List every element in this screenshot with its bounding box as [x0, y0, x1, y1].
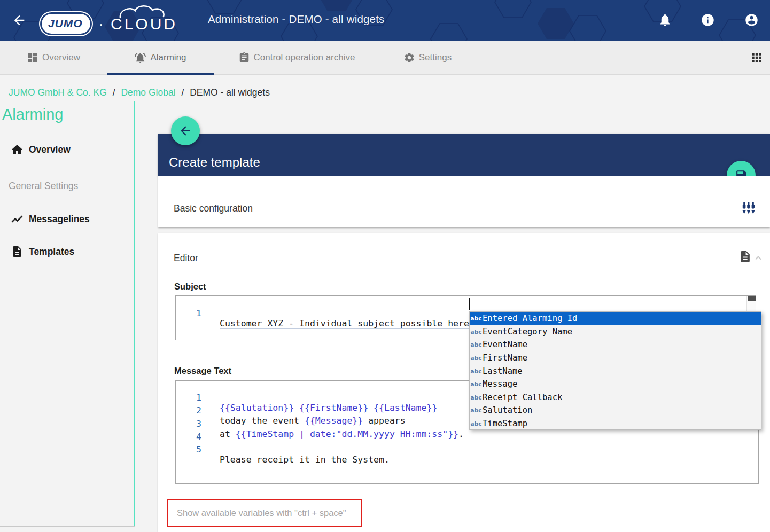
basic-configuration-section: Basic configuration [158, 176, 770, 227]
logo-separator-dot: · [99, 16, 104, 33]
messagelines-chart-icon [11, 213, 24, 225]
account-icon[interactable] [744, 13, 759, 27]
app-header: JUMO · CLOUD Administration - DEMO - all… [0, 0, 770, 41]
sidebar-item-label: General Settings [9, 181, 78, 192]
breadcrumb-org-link[interactable]: JUMO GmbH & Co. KG [9, 87, 107, 98]
message-line-text: {{Salutation}} {{FirstName}} {{LastName}… [220, 403, 437, 413]
app-root: JUMO · CLOUD Administration - DEMO - all… [0, 0, 770, 532]
info-icon[interactable] [701, 13, 715, 27]
sidebar-item-templates[interactable]: Templates [0, 241, 133, 262]
tab-alarming-label: Alarming [150, 52, 186, 63]
abc-variable-icon: abc [470, 341, 483, 348]
basic-configuration-label: Basic configuration [174, 203, 253, 214]
autocomplete-item[interactable]: abc FirstName [470, 351, 761, 365]
abc-variable-icon: abc [470, 407, 483, 413]
sidebar-item-label: Messagelines [29, 214, 90, 225]
subject-field-label: Subject [174, 281, 206, 292]
variables-hint-highlight: Show available variables with "ctrl + sp… [167, 499, 362, 527]
message-line-text: at {{TimeStamp | date:"dd.MM.yyyy HH:mm:… [220, 429, 464, 439]
autocomplete-item[interactable]: abc EventCategory Name [470, 325, 761, 339]
abc-variable-icon: abc [470, 328, 483, 335]
message-line-number: 5 [176, 444, 201, 455]
message-line-text: today the event {{Message}} appears [220, 416, 406, 426]
autocomplete-item[interactable]: abc Salutation [470, 404, 761, 417]
header-back-icon[interactable] [12, 13, 27, 28]
chevron-up-icon[interactable] [753, 253, 764, 263]
abc-variable-icon: abc [470, 381, 483, 387]
dashboard-icon [27, 52, 38, 64]
tab-alarming[interactable]: Alarming [107, 41, 214, 75]
message-line-text: Please receipt it in the System. [220, 455, 390, 465]
message-field-label: Message Text [174, 366, 231, 376]
breadcrumb-current: DEMO - all widgets [190, 87, 270, 98]
sidebar-item-label: Overview [29, 144, 71, 155]
arrow-back-icon [178, 124, 192, 138]
alarming-bell-icon [134, 52, 146, 64]
autocomplete-item[interactable]: abc Entered Alarming Id [470, 312, 761, 325]
cloud-logo: CLOUD [106, 4, 181, 39]
editor-section-label: Editor [174, 253, 198, 264]
template-document-icon[interactable] [738, 250, 752, 263]
autocomplete-item[interactable]: abc EventName [470, 338, 761, 351]
breadcrumb-separator: / [113, 87, 115, 98]
tab-settings[interactable]: Settings [379, 41, 476, 75]
sidebar-vertical-divider [134, 101, 135, 526]
abc-variable-icon: abc [470, 355, 483, 361]
tab-overview-label: Overview [42, 52, 80, 63]
create-template-header: Create template [158, 134, 770, 176]
tab-archive-label: Control operation archive [254, 52, 355, 63]
home-icon [11, 143, 24, 156]
sidebar-divider [0, 128, 133, 128]
main-tab-bar: Overview Alarming Control operation arch… [0, 41, 770, 75]
sidebar-item-general-settings[interactable]: General Settings [0, 175, 133, 197]
breadcrumb-group-link[interactable]: Demo Global [121, 87, 175, 98]
gear-icon [403, 52, 415, 64]
subject-scrollbar-thumb[interactable] [748, 296, 756, 301]
autocomplete-item[interactable]: abc Receipt Callback [470, 391, 761, 404]
app-logo: JUMO · CLOUD [42, 6, 181, 36]
apps-grid-icon[interactable] [750, 51, 764, 65]
page-title: Create template [169, 155, 260, 170]
cloud-wordmark: CLOUD [111, 15, 177, 33]
variables-hint-text: Show available variables with "ctrl + sp… [177, 508, 346, 518]
sidebar-bottom-divider [0, 526, 135, 527]
subject-line-number: 1 [176, 308, 201, 318]
back-button[interactable] [171, 116, 200, 145]
tune-filter-icon[interactable] [741, 201, 756, 216]
breadcrumb-separator: / [181, 87, 184, 98]
abc-variable-icon: abc [470, 368, 483, 374]
jumo-logo-pill: JUMO [42, 14, 90, 34]
sidebar-item-messagelines[interactable]: Messagelines [0, 208, 133, 230]
subject-line-text: Customer XYZ - Individual subject possib… [220, 318, 475, 329]
tab-control-operation-archive[interactable]: Control operation archive [214, 41, 379, 75]
sidebar-heading: Alarming [2, 106, 63, 123]
sidebar-item-overview[interactable]: Overview [0, 139, 133, 160]
abc-variable-icon: abc [470, 420, 483, 427]
autocomplete-item[interactable]: abc TimeStamp [470, 417, 761, 431]
clipboard-icon [238, 52, 250, 64]
tab-settings-label: Settings [419, 52, 452, 63]
abc-variable-icon: abc [470, 394, 483, 401]
tab-overview[interactable]: Overview [0, 41, 107, 75]
text-cursor [469, 298, 470, 310]
document-icon [11, 245, 24, 258]
breadcrumb: JUMO GmbH & Co. KG / Demo Global / DEMO … [9, 87, 270, 98]
autocomplete-dropdown: abc Entered Alarming Id abc EventCategor… [469, 311, 761, 430]
notifications-bell-icon[interactable] [658, 13, 672, 27]
autocomplete-item[interactable]: abc Message [470, 378, 761, 391]
autocomplete-item[interactable]: abc LastName [470, 364, 761, 378]
header-title: Administration - DEMO - all widgets [208, 13, 385, 26]
sidebar-item-label: Templates [29, 246, 74, 257]
abc-variable-icon: abc [470, 315, 483, 322]
